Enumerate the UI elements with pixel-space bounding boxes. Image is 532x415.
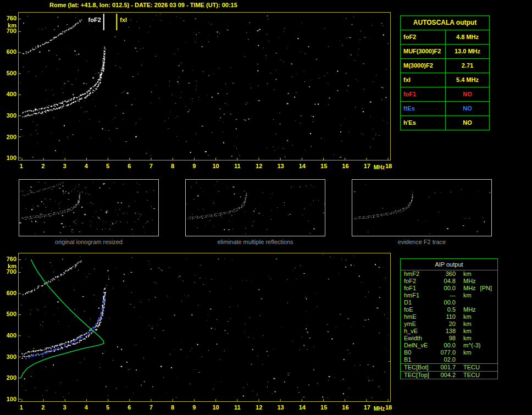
aip-row-label: ymE [404, 320, 436, 328]
x-tick-label: 4 [80, 404, 93, 411]
aip-row-label: B0 [404, 349, 436, 356]
aip-row-label: foF1 [404, 285, 436, 292]
aip-row-label: B1 [404, 356, 436, 363]
ionogram-canvas-main [19, 13, 390, 160]
aip-row-label: h_vE [404, 328, 436, 335]
y-tick-label: 400 [1, 332, 16, 339]
y-tick-label: 700 [1, 27, 16, 34]
aip-row: B102.0 [401, 356, 497, 363]
aip-row-value: 02.0 [436, 356, 456, 363]
aip-row-unit: km [463, 335, 472, 342]
x-tick-label: 12 [252, 163, 265, 169]
aip-row-unit: km [463, 292, 472, 299]
y-tick-label: 760 [1, 256, 16, 262]
aip-row-label: DelN_vE [404, 342, 436, 349]
aip-row-label: hmE [404, 313, 436, 320]
aip-row: foF204.8MHz [401, 278, 497, 285]
x-tick-label: 10 [209, 163, 223, 169]
autoscala-row-value: NO [446, 116, 489, 130]
y-tick-label: 300 [1, 353, 16, 360]
aip-row: Ewidth98km [401, 335, 497, 342]
autoscala-row-value: 2.71 [446, 59, 489, 73]
autoscala-row: h'EsNO [401, 116, 489, 130]
x-tick-label: 2 [36, 163, 49, 169]
x-tick-label: 6 [123, 163, 136, 169]
aip-row-unit: MHz [463, 278, 476, 285]
aip-row-value: 360 [436, 270, 456, 278]
aip-row: TEC[Top]004.2TECU [401, 371, 497, 379]
aip-row-label: hmF2 [404, 270, 436, 278]
x-tick-label: 5 [101, 163, 114, 169]
autoscala-table-rows: foF24.8 MHzMUF(3000)F213.0 MHzM(3000)F22… [401, 30, 489, 130]
thumbnail-caption-eliminate: eliminate multiple reflections [185, 239, 325, 245]
autoscala-row: M(3000)F22.71 [401, 59, 489, 73]
autoscala-row-label: MUF(3000)F2 [401, 45, 446, 58]
x-tick-label: 1 [15, 404, 28, 411]
y-tick-label: 300 [1, 112, 16, 119]
aip-row-unit: MHz [463, 285, 476, 292]
x-tick-label: 3 [58, 163, 71, 169]
x-tick-label: 15 [317, 404, 330, 411]
aip-row-label: D1 [404, 299, 436, 306]
aip-row-value: 00.0 [436, 342, 456, 349]
ionogram-plot-main [18, 12, 391, 161]
aip-row-label: TEC[Top] [404, 372, 436, 379]
autoscala-row-label: foF2 [401, 30, 446, 44]
aip-row-unit: km [463, 270, 472, 278]
y-tick-label: 600 [1, 48, 16, 55]
x-tick-label: 7 [145, 404, 158, 411]
aip-row: TEC[Bot]001.7TECU [401, 363, 497, 371]
aip-row-value: 110 [436, 313, 456, 320]
x-tick-label: 12 [252, 404, 265, 411]
aip-output-table: AIP output hmF2360kmfoF204.8MHzfoF100.0M… [400, 258, 498, 379]
autoscala-row-label: fxI [401, 73, 446, 87]
aip-row-label: Ewidth [404, 335, 436, 342]
aip-row-unit: km [463, 349, 472, 356]
aip-table-title: AIP output [401, 259, 497, 270]
thumbnail-caption-original: original ionogram resized [19, 239, 159, 245]
aip-row-value: 20 [436, 320, 456, 328]
y-tick-label: 760 [1, 15, 16, 21]
autoscala-row: ftEsNO [401, 102, 489, 116]
aip-row: foF100.0MHz[PN] [401, 285, 497, 292]
x-tick-label: 8 [166, 404, 179, 411]
thumbnail-canvas-eliminate [186, 180, 325, 236]
thumbnail-evidence-f2 [352, 179, 492, 236]
autoscala-row-label: foF1 [401, 87, 446, 101]
y-tick-label: 500 [1, 311, 16, 317]
ionogram-plot-profile [18, 253, 391, 402]
y-tick-label: 700 [1, 268, 16, 275]
aip-row-value: 138 [436, 328, 456, 335]
x-tick-label: 1 [15, 163, 28, 169]
aip-row-unit: TECU [463, 372, 480, 379]
x-tick-label: 5 [101, 404, 114, 411]
autoscala-row: foF1NO [401, 87, 489, 102]
thumbnail-canvas-original [19, 180, 158, 236]
aip-row-extra: [PN] [480, 285, 492, 292]
thumbnail-original-ionogram [19, 179, 159, 236]
thumbnail-canvas-evidence [352, 180, 491, 236]
autoscala-row-label: ftEs [401, 102, 446, 115]
x-tick-label: 6 [123, 404, 136, 411]
aip-row-label: foE [404, 306, 436, 313]
aip-row: foE0.5MHz [401, 306, 497, 313]
aip-row-value: 077.0 [436, 349, 456, 356]
y-tick-label: 500 [1, 70, 16, 76]
aip-row-value: 001.7 [436, 364, 456, 371]
y-tick-label: 200 [1, 134, 16, 140]
x-tick-label: 7 [145, 163, 158, 169]
aip-row-value: 00.0 [436, 285, 456, 292]
autoscala-row: fxI5.4 MHz [401, 73, 489, 87]
autoscala-row-value: NO [446, 102, 489, 115]
aip-row-unit: m^(-3) [463, 342, 480, 349]
x-tick-label: 10 [209, 404, 223, 411]
x-tick-label: 11 [231, 163, 244, 169]
aip-row-unit: TECU [463, 364, 480, 371]
y-tick-label: 600 [1, 290, 16, 296]
x-tick-label: 11 [231, 404, 244, 411]
thumbnail-caption-evidence: evidence F2 trace [352, 239, 492, 245]
x-tick-label: 13 [274, 163, 287, 169]
page-title: Rome (lat: +41.8, lon: 012.5) - DATE: 20… [49, 2, 237, 8]
x-axis-unit: MHz [374, 164, 385, 170]
aip-row-label: hmF1 [404, 292, 436, 299]
